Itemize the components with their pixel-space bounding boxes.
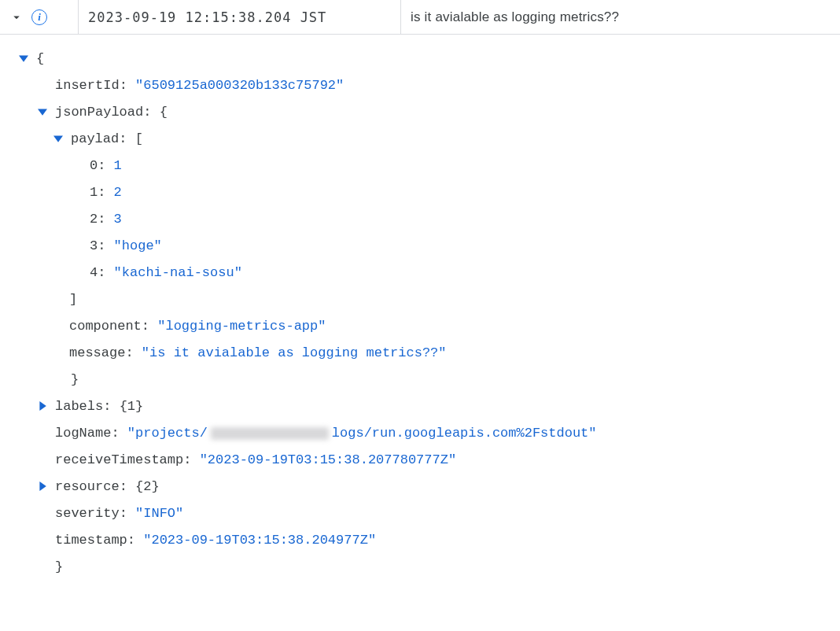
key: message (69, 345, 125, 360)
caret-down-icon[interactable] (19, 54, 28, 63)
log-json-body: { insertId: "6509125a000320b133c75792" j… (0, 35, 840, 596)
json-root-close: } (19, 554, 824, 581)
value-suffix: logs/run.googleapis.com%2Fstdout" (332, 426, 597, 441)
value: "is it avialable as logging metrics??" (142, 345, 447, 360)
timestamp-cell: 2023-09-19 12:15:38.204 JST (79, 0, 401, 34)
key: severity (55, 506, 120, 521)
field-severity[interactable]: severity: "INFO" (19, 500, 824, 527)
key: 1 (90, 185, 98, 200)
key: 0 (90, 158, 98, 173)
value: 1 (114, 158, 122, 173)
value: "2023-09-19T03:15:38.207780777Z" (200, 452, 456, 467)
summary: {2} (135, 479, 160, 494)
value: "2023-09-19T03:15:38.204977Z" (143, 533, 376, 548)
value: "6509125a000320b133c75792" (135, 78, 344, 93)
key: receiveTimestamp (55, 452, 183, 467)
redacted-text (211, 427, 329, 440)
key: resource (55, 479, 120, 494)
brace-close: } (71, 367, 79, 393)
expand-toggle-icon[interactable] (9, 10, 24, 24)
value: "kachi-nai-sosu" (114, 265, 242, 280)
value: "logging-metrics-app" (157, 319, 326, 334)
summary: {1} (120, 399, 144, 414)
field-jsonPayload[interactable]: jsonPayload: { (19, 99, 824, 126)
brace-close-line: } (19, 367, 824, 393)
summary-cell: is it avialable as logging metrics?? (401, 0, 840, 34)
bracket-close: ] (69, 286, 77, 313)
value: 3 (114, 212, 122, 227)
value: "hoge" (114, 238, 162, 253)
value-prefix: "projects/ (127, 426, 208, 441)
field-insertId[interactable]: insertId: "6509125a000320b133c75792" (19, 72, 824, 99)
field-timestamp[interactable]: timestamp: "2023-09-19T03:15:38.204977Z" (19, 527, 824, 554)
bracket-open: [ (135, 131, 143, 146)
array-item-1[interactable]: 1: 2 (19, 179, 824, 206)
json-root-open[interactable]: { (19, 46, 824, 72)
brace-open: { (160, 105, 168, 120)
key: timestamp (55, 533, 127, 548)
field-component[interactable]: component: "logging-metrics-app" (19, 313, 824, 340)
log-entry-header[interactable]: i 2023-09-19 12:15:38.204 JST is it avia… (0, 0, 840, 35)
value: 2 (114, 185, 122, 200)
array-item-3[interactable]: 3: "hoge" (19, 233, 824, 260)
key: insertId (55, 78, 120, 93)
value: "INFO" (135, 506, 183, 521)
field-paylad[interactable]: paylad: [ (19, 126, 824, 153)
key: 3 (90, 238, 98, 253)
key: jsonPayload (55, 105, 143, 120)
key: paylad (71, 131, 119, 146)
key: 2 (90, 212, 98, 227)
array-item-2[interactable]: 2: 3 (19, 206, 824, 233)
field-logName[interactable]: logName: "projects/logs/run.googleapis.c… (19, 420, 824, 447)
key: labels (55, 399, 103, 414)
key: logName (55, 426, 111, 441)
brace-close: } (55, 554, 63, 581)
info-icon[interactable]: i (31, 9, 47, 25)
field-message[interactable]: message: "is it avialable as logging met… (19, 340, 824, 367)
array-item-4[interactable]: 4: "kachi-nai-sosu" (19, 260, 824, 286)
caret-down-icon[interactable] (53, 134, 63, 143)
array-item-0[interactable]: 0: 1 (19, 153, 824, 179)
bracket-close-line: ] (19, 286, 824, 313)
key: 4 (90, 265, 98, 280)
field-labels[interactable]: labels: {1} (19, 393, 824, 420)
caret-right-icon[interactable] (38, 482, 47, 491)
caret-down-icon[interactable] (38, 107, 47, 116)
caret-right-icon[interactable] (38, 401, 47, 411)
summary-text: is it avialable as logging metrics?? (411, 9, 619, 25)
header-controls: i (0, 0, 79, 34)
field-receiveTimestamp[interactable]: receiveTimestamp: "2023-09-19T03:15:38.2… (19, 447, 824, 474)
timestamp-text: 2023-09-19 12:15:38.204 JST (88, 9, 326, 25)
field-resource[interactable]: resource: {2} (19, 474, 824, 500)
brace-open: { (36, 46, 44, 72)
key: component (69, 319, 142, 334)
